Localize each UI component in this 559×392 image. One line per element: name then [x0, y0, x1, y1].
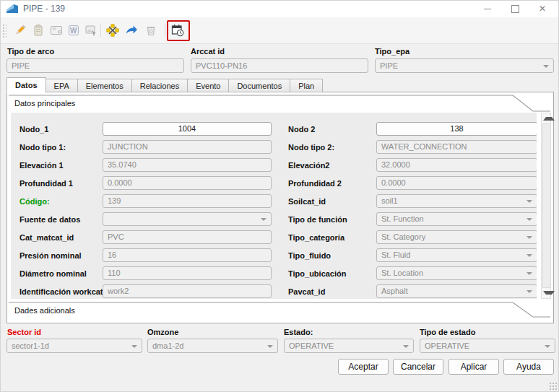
profundidad1-input[interactable]: 0.0000	[103, 176, 272, 190]
chevron-down-icon	[526, 236, 532, 239]
chevron-down-icon	[526, 200, 532, 203]
omzone-select[interactable]: dma1-2d	[147, 339, 278, 353]
cancel-button[interactable]: Cancelar	[393, 359, 443, 375]
elevacion2-input[interactable]: 32.0000	[376, 158, 537, 172]
form-row: Identificación workcat work2 Pavcat_id A…	[11, 284, 537, 299]
estado-label: Estado:	[284, 328, 313, 336]
form-row: Diámetro nominal 110 Tipo_ubicación St. …	[11, 266, 537, 281]
field-label: Pavcat_id	[288, 287, 325, 296]
pavcat-select[interactable]: Asphalt	[376, 284, 537, 298]
scroll-up-icon[interactable]	[543, 117, 555, 121]
nodo1-button[interactable]: 1004	[103, 122, 272, 136]
elevacion1-input[interactable]: 35.0740	[103, 158, 272, 172]
vertical-scrollbar[interactable]	[541, 113, 551, 299]
accept-button[interactable]: Aceptar	[338, 359, 389, 375]
move-node-icon[interactable]	[106, 24, 121, 38]
tab-bar: Datos EPA Elementos Relaciones Evento Do…	[6, 77, 323, 92]
form-row: Elevación 1 35.0740 Elevación2 32.0000	[11, 158, 537, 173]
codigo-label: Código:	[20, 197, 50, 206]
tipo-ubicacion-select[interactable]: St. Location	[376, 266, 537, 280]
field-label: Profundidad 1	[20, 179, 73, 188]
soilcat-select[interactable]: soil1	[376, 194, 537, 208]
fuente-datos-select[interactable]	[103, 212, 272, 226]
profundidad2-input[interactable]: 0.0000	[376, 176, 537, 190]
edit-icon[interactable]	[14, 24, 28, 38]
maximize-icon[interactable]	[502, 1, 528, 17]
toolbar-separator	[100, 25, 101, 37]
chevron-down-icon	[267, 345, 273, 348]
arc-type-input[interactable]: PIPE	[6, 58, 184, 73]
field-label: Nodo 2	[288, 125, 315, 134]
nodo-tipo2-input[interactable]: WATER_CONNECTION	[376, 140, 537, 154]
form-row: Fuente de datos Tipo de función St. Func…	[11, 212, 537, 227]
chevron-down-icon	[261, 218, 266, 221]
additional-section-border	[7, 301, 553, 320]
form-row: Código: 139 Soilcat_id soil1	[11, 194, 537, 209]
chevron-down-icon	[403, 345, 409, 348]
chevron-down-icon	[526, 218, 532, 221]
minimize-icon[interactable]	[474, 1, 500, 17]
presion-nominal-input[interactable]: 16	[103, 248, 272, 262]
resize-grip[interactable]	[549, 382, 557, 390]
tab-plan[interactable]: Plan	[290, 79, 323, 92]
nodo-tipo1-input[interactable]: JUNCTION	[103, 140, 272, 154]
tipo-categoria-select[interactable]: St. Category	[376, 230, 537, 244]
field-label: Profundidad 2	[288, 179, 342, 188]
window-title: PIPE - 139	[23, 4, 65, 14]
diametro-nominal-input[interactable]: 110	[103, 266, 272, 280]
field-label: Nodo_1	[20, 125, 48, 134]
tab-elementos[interactable]: Elementos	[78, 79, 132, 92]
form-row: Nodo tipo 1: JUNCTION Nodo tipo 2: WATER…	[11, 140, 537, 154]
word-export-icon: W	[67, 24, 82, 38]
toolbar-separator	[165, 25, 165, 37]
delete-icon	[144, 24, 159, 38]
field-label: Tipo_ubicación	[288, 269, 346, 278]
date-clock-icon[interactable]	[171, 24, 186, 38]
codigo-input[interactable]: 139	[103, 194, 272, 208]
field-label: Soilcat_id	[288, 197, 326, 206]
additional-section-title[interactable]: Dades adicionals	[14, 306, 75, 315]
field-label: Cat_matcat_id	[20, 233, 74, 242]
arccat-id-input[interactable]: PVC110-PN16	[191, 58, 368, 73]
arc-type-label: Tipo de arco	[7, 47, 54, 56]
pipe-dialog-window: PIPE - 139 ✕ c W	[0, 0, 559, 392]
scrollbar-thumb[interactable]	[542, 123, 551, 288]
tipo-funcion-select[interactable]: St. Function	[376, 212, 537, 226]
field-label: Diámetro nominal	[20, 269, 87, 278]
sector-id-select[interactable]: sector1-1d	[6, 339, 142, 353]
tab-datos[interactable]: Datos	[6, 77, 46, 93]
flow-direction-icon[interactable]	[125, 24, 139, 38]
help-button[interactable]: Ayuda	[503, 359, 554, 375]
tipo-estado-select[interactable]: OPERATIVE	[420, 339, 555, 353]
tab-documentos[interactable]: Documentos	[229, 79, 290, 92]
tab-epa[interactable]: EPA	[46, 79, 78, 92]
nodo2-button[interactable]: 138	[376, 122, 537, 136]
estado-select[interactable]: OPERATIVE	[284, 339, 414, 353]
tipo-fluido-select[interactable]: St. Fluid	[376, 248, 537, 262]
close-icon[interactable]: ✕	[529, 1, 555, 17]
snapshot-icon	[84, 24, 99, 38]
field-label: Nodo tipo 1:	[20, 143, 66, 152]
field-label: Fuente de datos	[20, 215, 80, 224]
paste-icon	[32, 24, 46, 38]
datos-tab-panel: Datos principales Nodo_1 1004 Nodo 2 138…	[6, 92, 554, 323]
sector-id-label: Sector id	[7, 328, 41, 336]
form-row: Nodo_1 1004 Nodo 2 138	[11, 122, 537, 136]
app-logo-icon	[6, 4, 18, 13]
omzone-label: Omzone	[147, 328, 178, 336]
workcat-input[interactable]: work2	[103, 284, 272, 298]
main-section-title: Datos principales	[14, 99, 75, 108]
tab-evento[interactable]: Evento	[188, 79, 229, 92]
chevron-down-icon	[526, 272, 532, 275]
cat-matcat-input[interactable]: PVC	[103, 230, 272, 244]
main-section-border	[7, 92, 553, 114]
tab-relaciones[interactable]: Relaciones	[132, 79, 188, 92]
apply-button[interactable]: Aplicar	[448, 359, 499, 375]
field-label: Nodo tipo 2:	[288, 143, 334, 152]
scroll-down-icon[interactable]	[543, 291, 555, 295]
toolbar-drag-handle[interactable]	[2, 24, 6, 38]
svg-text:W: W	[70, 27, 77, 35]
field-label: Presión nominal	[20, 251, 82, 260]
field-label: Tipo_fluido	[288, 251, 331, 260]
epa-type-select[interactable]: PIPE	[375, 58, 554, 73]
